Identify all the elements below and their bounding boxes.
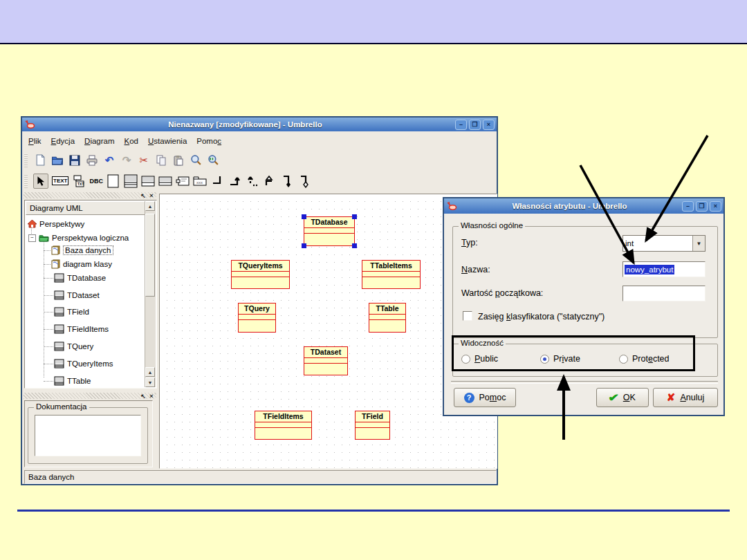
tree-guide: [44, 278, 53, 279]
interface-tool-icon[interactable]: [176, 174, 190, 188]
help-button[interactable]: ? Pomoc: [454, 388, 516, 407]
initial-value-input[interactable]: [622, 286, 706, 301]
selection-handle[interactable]: [302, 243, 306, 248]
selection-handle[interactable]: [352, 243, 357, 248]
tree-item-tfielditems[interactable]: TFieldItems: [54, 323, 109, 335]
minimize-button[interactable]: –: [455, 120, 467, 130]
menu-diagram[interactable]: Diagram: [80, 135, 119, 147]
tree-item-diagram-klasy[interactable]: diagram klasy: [50, 258, 112, 270]
uml-class-box-ttable[interactable]: TTable: [369, 303, 406, 333]
cut-icon[interactable]: ✂: [137, 153, 151, 167]
dock-float-icon[interactable]: ↖: [140, 393, 147, 399]
dialog-titlebar[interactable]: Własności atrybutu - Umbrello – ❐ ×: [444, 198, 723, 214]
static-scope-checkbox[interactable]: [463, 311, 472, 321]
tree-item-perspektywy[interactable]: Perspektywy: [28, 218, 84, 230]
uml-class-box-tdataset[interactable]: TDataset: [304, 346, 348, 375]
new-document-icon[interactable]: [33, 153, 47, 167]
ok-button[interactable]: ✔ OK: [596, 388, 649, 407]
tree-item-baza-danych[interactable]: Baza danych: [50, 244, 113, 256]
tree-scrollbar[interactable]: ▲ ▲ ▼: [145, 201, 156, 387]
tree-item-ttable[interactable]: TTable: [54, 375, 91, 387]
documentation-textarea[interactable]: [35, 415, 141, 456]
class-icon: [54, 290, 64, 300]
generalization-icon[interactable]: [262, 174, 276, 188]
maximize-button[interactable]: ❐: [469, 120, 481, 130]
scroll-up-icon[interactable]: ▲: [145, 367, 155, 377]
documentation-dock-handle[interactable]: ↖ ×: [24, 393, 156, 399]
dock-close-icon[interactable]: ×: [148, 192, 155, 198]
menu-kod[interactable]: Kod: [120, 135, 143, 147]
toolbar-grip[interactable]: [24, 153, 28, 167]
toolbar-grip[interactable]: [24, 174, 28, 188]
tree-header[interactable]: Diagramy UML: [26, 201, 145, 215]
note-tool-icon[interactable]: TXT: [72, 174, 86, 188]
svg-text:xxx: xxx: [196, 180, 203, 185]
dock-float-icon[interactable]: ↖: [140, 192, 147, 198]
menu-pomoc[interactable]: Pomoc: [192, 135, 226, 147]
main-titlebar[interactable]: Nienazwany [zmodyfikowane] - Umbrello – …: [22, 118, 497, 131]
uml-class-box-ttableitems[interactable]: TTableItems: [362, 260, 421, 289]
tree-item-tdatabase[interactable]: TDatabase: [54, 272, 106, 284]
tree-item-tqueryitems[interactable]: TQueryItems: [54, 357, 113, 370]
selection-handle[interactable]: [302, 214, 306, 219]
uml-class-box-tquery[interactable]: TQuery: [238, 303, 276, 333]
selection-handle[interactable]: [352, 214, 357, 219]
association-icon[interactable]: [210, 174, 224, 188]
uml-tree-panel: Diagramy UML ▲ ▲ ▼ Perspektywy − Perspek…: [24, 200, 157, 389]
scroll-up-icon[interactable]: ▲: [145, 201, 155, 211]
uml-class-name: TField: [356, 411, 389, 422]
tree-item-tfield[interactable]: TField: [54, 306, 89, 318]
copy-icon[interactable]: [154, 153, 168, 167]
open-folder-icon[interactable]: [50, 153, 64, 167]
uml-class-attributes: [369, 314, 405, 320]
paste-icon[interactable]: [172, 153, 185, 167]
menu-edycja[interactable]: Edycja: [46, 135, 80, 147]
directed-association-icon[interactable]: [228, 174, 241, 188]
maximize-button[interactable]: ❐: [696, 201, 708, 212]
cancel-button[interactable]: ✘ Anuluj: [653, 388, 718, 407]
tree-dock-handle[interactable]: ↖ ×: [24, 192, 156, 198]
tree-item-perspektywa-logiczna[interactable]: Perspektywa logiczna: [39, 232, 129, 244]
select-arrow-icon[interactable]: [33, 174, 48, 189]
zoom-original-icon[interactable]: [206, 153, 220, 167]
chevron-down-icon[interactable]: ▼: [692, 236, 705, 251]
tree-item-tdataset[interactable]: TDataset: [54, 289, 100, 301]
dependency-icon[interactable]: [245, 174, 259, 188]
class-tool-icon[interactable]: [124, 174, 138, 188]
dock-close-icon[interactable]: ×: [148, 393, 155, 399]
datatype-tool-icon[interactable]: DBC: [89, 178, 103, 185]
scroll-down-icon[interactable]: ▼: [145, 377, 155, 387]
close-button[interactable]: ×: [483, 120, 495, 130]
undo-icon[interactable]: ↶: [102, 153, 116, 167]
uml-class-box-tdatabase[interactable]: TDatabase: [304, 216, 355, 246]
text-tool-icon[interactable]: TEXT: [52, 176, 68, 185]
class-tool-icon-2[interactable]: [141, 174, 155, 188]
composition-icon[interactable]: [279, 174, 293, 188]
print-icon[interactable]: [85, 153, 99, 167]
box-tool-icon[interactable]: [107, 174, 120, 188]
type-label: Typ:: [461, 238, 478, 248]
class-icon: [54, 273, 64, 283]
type-combobox[interactable]: int ▼: [622, 235, 706, 252]
class-tool-icon-3[interactable]: [158, 174, 172, 188]
redo-icon[interactable]: ↷: [120, 153, 133, 167]
collapse-expander-icon[interactable]: −: [28, 234, 36, 242]
close-button[interactable]: ×: [710, 201, 721, 212]
minimize-button[interactable]: –: [682, 201, 694, 212]
uml-class-name: TDataset: [304, 347, 347, 357]
tree-item-tquery[interactable]: TQuery: [54, 340, 93, 353]
menu-plik[interactable]: Plik: [24, 135, 46, 147]
name-input[interactable]: nowy_atrybut: [622, 261, 706, 277]
save-icon[interactable]: [68, 153, 82, 167]
uml-class-attributes: [362, 271, 420, 277]
uml-class-box-tfield[interactable]: TField: [355, 411, 390, 440]
documentation-groupbox: Dokumentacja: [28, 407, 148, 464]
aggregation-icon[interactable]: [297, 174, 311, 188]
uml-class-box-tfielditems[interactable]: TFieldItems: [255, 411, 312, 440]
package-tool-icon[interactable]: xxx: [193, 174, 207, 188]
uml-class-box-tqueryitems[interactable]: TQueryItems: [231, 260, 290, 289]
dialog-separator: [451, 381, 718, 384]
menu-ustawienia[interactable]: Ustawienia: [143, 135, 192, 147]
zoom-in-icon[interactable]: [189, 153, 203, 167]
scroll-thumb[interactable]: [145, 214, 155, 297]
